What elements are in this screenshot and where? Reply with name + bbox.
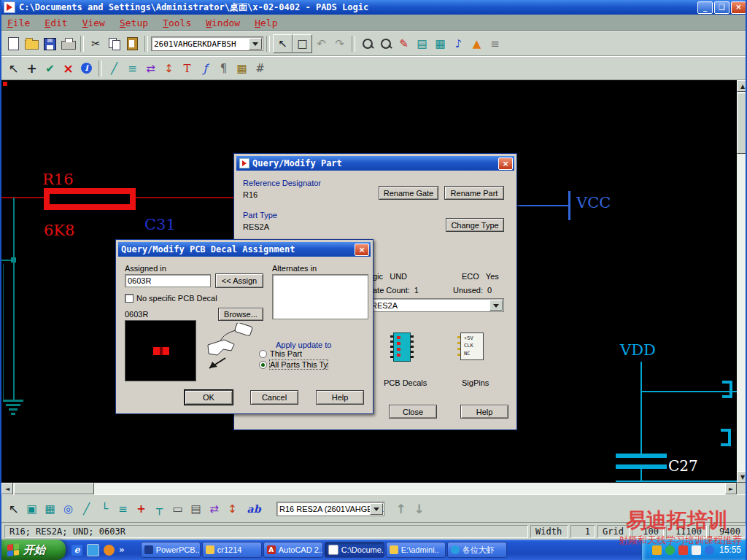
cut-icon[interactable]: ✂ — [87, 35, 105, 52]
wire-segment[interactable] — [616, 481, 737, 482]
help-button[interactable]: Help — [316, 390, 364, 405]
taskbar-button-chat[interactable]: 各位大虾 — [447, 542, 507, 558]
vcc-power-bar[interactable] — [568, 191, 570, 220]
pointer-mode-button[interactable]: ↖ — [273, 34, 293, 53]
assigned-decal-input[interactable]: 0603R — [125, 274, 211, 287]
delete-icon[interactable]: × — [59, 60, 77, 77]
ground-symbol[interactable] — [9, 408, 18, 411]
print-icon[interactable] — [59, 35, 77, 52]
refdes-label-c31[interactable]: C31 — [144, 216, 176, 233]
media-player-icon[interactable] — [104, 545, 115, 556]
tray-icon-4[interactable] — [692, 545, 701, 555]
wire-segment[interactable] — [1, 260, 12, 261]
new-file-icon[interactable] — [4, 35, 23, 52]
spreadsheet-icon[interactable]: ▦ — [233, 60, 251, 77]
help-button[interactable]: Help — [460, 405, 508, 419]
corner-route-icon[interactable]: └ — [96, 500, 114, 518]
ground-symbol[interactable] — [6, 404, 20, 406]
add-bus-icon[interactable]: ≡ — [123, 60, 142, 77]
redline-icon[interactable]: ✎ — [395, 35, 413, 52]
internet-explorer-icon[interactable]: e — [71, 545, 82, 556]
value-label-6k8[interactable]: 6K8 — [44, 222, 74, 239]
menu-help[interactable]: Help — [255, 18, 277, 28]
chevron-more-icon[interactable]: » — [119, 545, 125, 555]
grid-icon[interactable]: ▦ — [41, 500, 59, 518]
wire-segment[interactable] — [3, 264, 4, 400]
taskbar-button-autocad[interactable]: A AutoCAD 2.. — [263, 542, 323, 558]
scroll-right-icon[interactable]: ► — [725, 483, 737, 494]
ground-symbol[interactable] — [11, 413, 15, 415]
zoom-window-icon[interactable] — [376, 35, 395, 52]
horizontal-scrollbar[interactable]: ◄ ► — [1, 483, 737, 494]
open-file-icon[interactable] — [23, 35, 41, 52]
cancel-button[interactable]: Cancel — [250, 390, 298, 405]
browse-button[interactable]: Browse... — [218, 308, 263, 321]
wire-segment[interactable] — [640, 469, 642, 481]
chevron-down-icon[interactable] — [370, 503, 383, 515]
taskbar-button-cr1214[interactable]: cr1214 — [202, 542, 262, 558]
horizontal-scroll-thumb[interactable] — [14, 483, 94, 494]
swap-pins-icon[interactable]: ↕ — [160, 60, 178, 77]
menu-edit[interactable]: Edit — [44, 18, 67, 28]
bus-route-icon[interactable]: ≡ — [114, 500, 132, 518]
cam-flame-icon[interactable]: ▲ — [468, 35, 486, 52]
next-item-icon[interactable]: ↓ — [410, 500, 428, 518]
scroll-up-icon[interactable]: ▲ — [737, 80, 747, 92]
close-icon[interactable]: × — [355, 244, 369, 256]
wire-segment[interactable] — [136, 197, 242, 198]
properties-info-icon[interactable]: i — [77, 60, 96, 77]
part-type-dropdown[interactable]: RES2A — [368, 298, 504, 312]
ok-button[interactable]: OK — [185, 390, 233, 405]
paragraph-icon[interactable]: ¶ — [214, 60, 233, 77]
menu-tools[interactable]: Tools — [163, 18, 191, 28]
swap-icon[interactable]: ⇄ — [205, 500, 223, 518]
dialog-title-bar[interactable]: Query/Modify Part × — [236, 156, 514, 171]
wire-segment[interactable] — [13, 198, 15, 400]
add-field-icon[interactable]: ƒ — [196, 60, 214, 77]
assign-button[interactable]: << Assign — [215, 273, 263, 288]
change-type-button[interactable]: Change Type — [446, 218, 504, 232]
swap-gates-icon[interactable]: ⇄ — [142, 60, 160, 77]
sheet-icon[interactable]: ▤ — [413, 35, 431, 52]
refdes-label-r16[interactable]: R16 — [42, 171, 74, 188]
no-specific-decal-checkbox[interactable] — [125, 294, 133, 303]
tray-icon-2[interactable] — [665, 545, 675, 555]
wire-segment[interactable] — [640, 362, 642, 454]
alternates-listbox[interactable] — [272, 274, 368, 319]
wire-segment[interactable] — [512, 205, 569, 206]
start-button[interactable]: 开始 — [1, 540, 66, 560]
all-parts-radio[interactable] — [259, 361, 267, 369]
chevron-down-icon[interactable] — [249, 38, 262, 50]
part-type-combo[interactable]: 2601VAHGERKDAFBSH — [151, 36, 263, 51]
gate-filter-icon[interactable]: ▣ — [23, 500, 41, 518]
complete-check-icon[interactable]: ✔ — [41, 60, 59, 77]
vertical-scrollbar[interactable]: ▲ ▼ — [737, 80, 747, 483]
off-grid-icon[interactable]: # — [251, 60, 269, 77]
this-part-radio[interactable] — [259, 350, 267, 358]
offsheet-connector[interactable] — [721, 429, 731, 446]
menu-setup[interactable]: Setup — [120, 18, 148, 28]
capacitor-c27-plate[interactable] — [616, 454, 667, 458]
undo-icon[interactable]: ↶ — [312, 35, 330, 52]
title-bar[interactable]: C:\Documents and Settings\Administrator\… — [1, 0, 747, 15]
pcb-decals-icon[interactable] — [380, 332, 424, 370]
previous-item-icon[interactable]: ↑ — [392, 500, 410, 518]
rename-part-button[interactable]: Rename Part — [444, 186, 504, 200]
scroll-down-icon[interactable]: ▼ — [737, 471, 747, 483]
tray-icon-1[interactable] — [652, 545, 662, 555]
chevron-down-icon[interactable] — [489, 300, 503, 311]
report-icon[interactable]: ≡ — [486, 35, 504, 52]
resistor-r16[interactable] — [44, 188, 136, 210]
rename-gate-button[interactable]: Rename Gate — [379, 186, 438, 200]
taskbar-button-pads-active[interactable]: C:\Docume.. — [325, 542, 384, 558]
menu-view[interactable]: View — [82, 18, 105, 28]
close-icon[interactable]: × — [498, 158, 513, 170]
ground-symbol[interactable] — [3, 400, 23, 402]
add-text-icon[interactable]: T — [178, 60, 196, 77]
netlist-note-icon[interactable]: ♪ — [449, 35, 468, 52]
show-desktop-icon[interactable] — [87, 544, 99, 556]
close-dialog-button[interactable]: Close — [389, 405, 437, 419]
sheet-nav-icon[interactable]: ▤ — [187, 500, 205, 518]
dialog-title-bar[interactable]: Query/Modify PCB Decal Assignment × — [118, 242, 371, 257]
zoom-icon[interactable] — [358, 35, 376, 52]
